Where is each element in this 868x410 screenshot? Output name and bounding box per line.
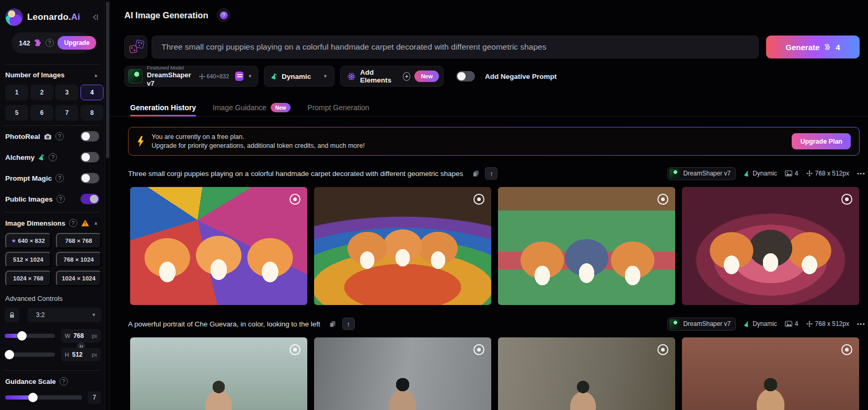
zoom-view-icon[interactable] <box>473 344 484 355</box>
alchemy-toggle[interactable] <box>80 152 99 162</box>
ellipsis-menu-icon[interactable]: ••• <box>857 321 865 327</box>
page-help-icon[interactable]: ? <box>217 8 230 22</box>
collapse-sidebar-icon[interactable] <box>91 14 99 21</box>
zoom-view-icon[interactable] <box>290 344 300 355</box>
generation-prompt: Three small corgi puppies playing on a c… <box>128 170 463 178</box>
photoreal-help-icon[interactable]: ? <box>55 132 64 140</box>
guidance-scale-value[interactable]: 7 <box>88 391 101 404</box>
zoom-view-icon[interactable] <box>841 194 852 205</box>
generated-image[interactable] <box>130 337 307 410</box>
generated-image[interactable] <box>498 187 675 305</box>
generated-image[interactable] <box>314 187 491 305</box>
num-images-option-2[interactable]: 2 <box>30 85 53 100</box>
guidance-scale-header: Guidance Scale ? <box>0 371 105 385</box>
brand-logo[interactable]: Leonardo.Ai <box>27 12 80 22</box>
avatar[interactable] <box>5 8 23 26</box>
meta-model-pill[interactable]: DreamShaper v7 <box>667 318 736 331</box>
copy-icon <box>472 170 479 177</box>
random-prompt-dice-button[interactable] <box>124 36 147 58</box>
photoreal-row: PhotoReal ? <box>0 126 105 147</box>
reuse-prompt-button[interactable]: ↑ <box>485 167 497 180</box>
public-images-help-icon[interactable]: ? <box>56 195 65 203</box>
height-slider[interactable] <box>5 353 55 357</box>
reuse-prompt-button[interactable]: ↑ <box>342 318 355 330</box>
tab-image-guidance[interactable]: Image GuidanceNew <box>213 99 291 116</box>
alchemy-help-icon[interactable]: ? <box>49 153 57 161</box>
height-field[interactable]: H 512 px <box>61 348 101 361</box>
dimension-option-1024x1024[interactable]: 1024 × 1024 <box>56 271 101 286</box>
generated-image[interactable] <box>682 337 859 410</box>
zoom-view-icon[interactable] <box>841 344 852 355</box>
num-images-option-8[interactable]: 8 <box>80 105 103 121</box>
main-content: AI Image Generation ? Generate 4 Finetu <box>110 0 868 410</box>
num-images-option-1[interactable]: 1 <box>5 85 28 100</box>
negative-prompt-toggle[interactable] <box>456 71 475 81</box>
prompt-magic-help-icon[interactable]: ? <box>55 174 64 182</box>
width-label: W <box>65 333 70 339</box>
aspect-lock-row: 3:2 ▼ <box>0 302 105 322</box>
num-images-option-4-selected[interactable]: 4 <box>80 85 103 100</box>
brand-suffix: Ai <box>71 12 80 22</box>
generate-label: Generate <box>785 43 819 52</box>
dimension-option-1024x768[interactable]: 1024 × 768 <box>5 271 51 286</box>
image-dimensions-help-icon[interactable]: ? <box>69 219 77 227</box>
num-images-option-5[interactable]: 5 <box>5 105 28 121</box>
width-value[interactable]: 768 <box>73 332 84 339</box>
scrollbar-thumb[interactable] <box>106 2 109 158</box>
width-slider[interactable] <box>5 334 55 338</box>
alchemy-label: Alchemy <box>5 154 34 161</box>
num-images-option-7[interactable]: 7 <box>55 105 78 121</box>
public-images-toggle[interactable] <box>80 194 99 204</box>
generated-image[interactable] <box>682 187 859 305</box>
width-field[interactable]: W 768 px <box>61 329 101 343</box>
generate-button[interactable]: Generate 4 <box>766 36 860 58</box>
sidebar-scrollbar[interactable] <box>105 0 110 410</box>
generated-image[interactable] <box>130 187 307 305</box>
zoom-view-icon[interactable] <box>473 194 484 205</box>
meta-style[interactable]: Dynamic <box>744 170 777 177</box>
zoom-view-icon[interactable] <box>657 194 668 205</box>
generated-image[interactable] <box>314 337 491 410</box>
ellipsis-menu-icon[interactable]: ••• <box>857 170 865 177</box>
logo-row: Leonardo.Ai <box>0 0 105 27</box>
upgrade-plan-button[interactable]: Upgrade Plan <box>792 133 851 149</box>
dimension-option-640x832-selected[interactable]: ★640 × 832 <box>5 233 51 249</box>
chevron-down-icon: ▼ <box>248 74 252 79</box>
meta-style[interactable]: Dynamic <box>744 320 777 327</box>
zoom-view-icon[interactable] <box>290 194 300 205</box>
credits-help-icon[interactable]: ? <box>45 39 54 47</box>
height-value[interactable]: 512 <box>72 351 83 358</box>
copy-prompt-button[interactable] <box>328 319 338 329</box>
generated-image[interactable] <box>498 337 675 410</box>
prompt-input[interactable] <box>152 36 759 58</box>
warning-triangle-icon <box>81 219 89 227</box>
slider-knob[interactable] <box>5 350 14 359</box>
move-resize-icon <box>199 74 205 79</box>
zoom-view-icon[interactable] <box>657 344 668 355</box>
num-images-option-3[interactable]: 3 <box>55 85 78 100</box>
photoreal-toggle[interactable] <box>80 131 99 142</box>
meta-model-name: DreamShaper v7 <box>683 320 731 327</box>
guidance-scale-slider[interactable] <box>5 395 82 400</box>
model-selector[interactable]: Finetuned Model DreamShaper v7 640×832 ▼ <box>124 66 258 87</box>
dimension-option-768x768[interactable]: 768 × 768 <box>56 233 101 249</box>
aspect-ratio-select[interactable]: 3:2 ▼ <box>28 308 101 322</box>
add-elements-button[interactable]: Add Elements + New <box>340 66 444 87</box>
guidance-scale-help-icon[interactable]: ? <box>60 377 68 385</box>
chevron-up-icon[interactable]: ▲ <box>94 73 98 78</box>
dimension-option-512x1024[interactable]: 512 × 1024 <box>5 252 51 267</box>
num-images-option-6[interactable]: 6 <box>30 105 53 121</box>
upgrade-button[interactable]: Upgrade <box>57 36 97 50</box>
tab-label: Generation History <box>130 103 196 112</box>
slider-knob[interactable] <box>28 393 38 402</box>
slider-knob[interactable] <box>17 331 27 341</box>
aspect-lock-button[interactable] <box>5 308 19 322</box>
copy-prompt-button[interactable] <box>470 168 481 179</box>
dimension-option-768x1024[interactable]: 768 × 1024 <box>56 252 101 267</box>
tab-prompt-generation[interactable]: Prompt Generation <box>307 99 369 116</box>
style-selector[interactable]: Dynamic ▼ <box>264 66 334 87</box>
tab-generation-history[interactable]: Generation History <box>130 99 196 116</box>
prompt-magic-toggle[interactable] <box>80 173 99 183</box>
chevron-up-icon[interactable]: ▲ <box>94 220 98 226</box>
meta-model-pill[interactable]: DreamShaper v7 <box>667 167 736 180</box>
